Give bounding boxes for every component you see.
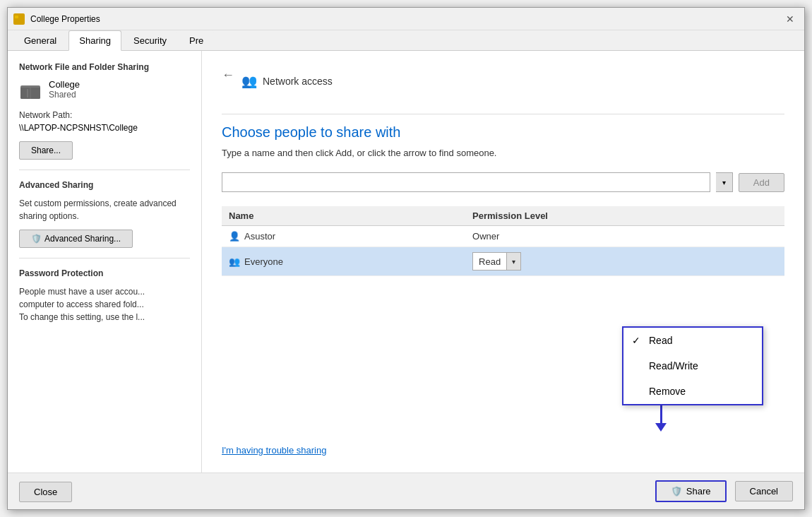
- shield-icon: 🛡️: [31, 234, 42, 244]
- network-access-icon: 👥: [241, 73, 257, 89]
- main-content: Network File and Folder Sharing College …: [8, 51, 804, 473]
- left-close-button[interactable]: Close: [19, 482, 72, 502]
- tab-sharing[interactable]: Sharing: [68, 30, 121, 51]
- right-panel: ← 👥 Network access Choose people to shar…: [202, 51, 804, 473]
- choose-desc: Type a name and then click Add, or click…: [222, 148, 784, 158]
- dialog-title: College Properties: [30, 14, 782, 24]
- input-row: ▾ Add: [222, 172, 784, 192]
- separator-1: [222, 114, 784, 114]
- permission-dropdown-arrow[interactable]: ▾: [506, 253, 520, 270]
- share-button[interactable]: Share...: [19, 141, 73, 160]
- divider-1: [19, 170, 190, 170]
- dialog-window: College Properties ✕ General Sharing Sec…: [7, 7, 805, 510]
- asustor-name-cell: 👤 Asustor: [222, 226, 465, 247]
- permission-dropdown-container: Read ▾: [472, 252, 777, 271]
- password-desc-1: People must have a user accou... compute…: [19, 285, 190, 323]
- network-sharing-title: Network File and Folder Sharing: [19, 62, 190, 72]
- dropdown-arrow-button[interactable]: ▾: [716, 172, 733, 192]
- shield-small-icon: 🛡️: [671, 486, 682, 497]
- tabs-bar: General Sharing Security Pre: [8, 30, 804, 51]
- dropdown-item-readwrite[interactable]: Read/Write: [623, 353, 762, 379]
- arrow-head: [655, 423, 667, 432]
- folder-name: College: [49, 79, 80, 90]
- network-access-title: Network access: [263, 76, 333, 87]
- app-icon: [13, 13, 25, 25]
- advanced-sharing-desc: Set custom permissions, create advanced …: [19, 197, 190, 222]
- person-icon: 👤: [229, 231, 240, 242]
- asustor-user: 👤 Asustor: [229, 231, 275, 242]
- table-row: 👤 Asustor Owner: [222, 226, 784, 247]
- permission-value: Read: [473, 254, 506, 269]
- dropdown-item-read[interactable]: ✓ Read: [623, 328, 762, 353]
- share-table: Name Permission Level 👤 Asustor Owner: [222, 206, 784, 276]
- choose-title: Choose people to share with: [222, 124, 784, 141]
- trouble-sharing-link[interactable]: I'm having trouble sharing: [222, 445, 784, 456]
- col-permission-header: Permission Level: [465, 206, 784, 226]
- everyone-name-cell: 👥 Everyone: [222, 247, 465, 276]
- dropdown-item-remove[interactable]: Remove: [623, 379, 762, 404]
- asustor-permission-cell: Owner: [465, 226, 784, 247]
- svg-rect-1: [15, 16, 18, 18]
- left-panel: Network File and Folder Sharing College …: [8, 51, 202, 473]
- folder-info: College Shared: [49, 79, 80, 100]
- tab-security[interactable]: Security: [123, 30, 177, 50]
- everyone-user: 👥 Everyone: [229, 256, 283, 267]
- title-bar: College Properties ✕: [8, 8, 804, 30]
- share-action-button[interactable]: 🛡️ Share: [655, 480, 727, 502]
- close-button[interactable]: ✕: [782, 11, 799, 28]
- advanced-sharing-title: Advanced Sharing: [19, 180, 190, 190]
- permission-dropdown[interactable]: Read ▾: [472, 252, 521, 271]
- table-row: 👥 Everyone Read ▾: [222, 247, 784, 276]
- back-arrow-icon: ←: [222, 68, 234, 83]
- back-button[interactable]: ←: [222, 68, 234, 83]
- network-path-value: \\LAPTOP-NCPSNHST\College: [19, 123, 190, 133]
- folder-row: College Shared: [19, 79, 190, 102]
- network-path-label: Network Path:: [19, 110, 190, 120]
- folder-icon: [19, 79, 42, 102]
- password-protection-title: Password Protection: [19, 268, 190, 278]
- add-button[interactable]: Add: [739, 173, 784, 192]
- folder-status: Shared: [49, 90, 80, 100]
- check-icon: ✓: [632, 335, 640, 346]
- group-icon: 👥: [229, 256, 240, 267]
- col-name-header: Name: [222, 206, 465, 226]
- advanced-sharing-button[interactable]: 🛡️ Advanced Sharing...: [19, 230, 133, 248]
- network-access-header: 👥 Network access: [241, 73, 333, 89]
- divider-2: [19, 258, 190, 258]
- name-input[interactable]: [222, 172, 710, 192]
- bottom-buttons: Close 🛡️ Share Cancel: [8, 473, 804, 509]
- tab-general[interactable]: General: [13, 30, 67, 50]
- cancel-button[interactable]: Cancel: [735, 481, 793, 501]
- tab-previous[interactable]: Pre: [179, 30, 214, 50]
- permission-dropdown-popup: ✓ Read Read/Write Remove: [622, 326, 763, 405]
- everyone-permission-cell: Read ▾: [465, 247, 784, 276]
